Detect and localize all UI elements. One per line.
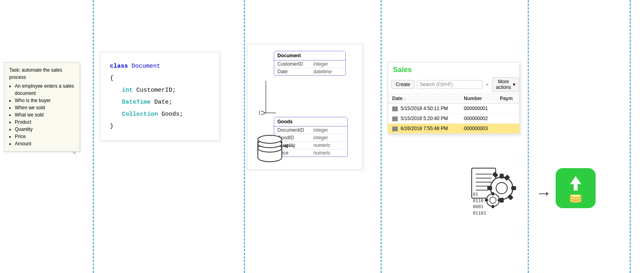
code-panel: class Document { int CustomerID; DateTim… [100,52,220,141]
sales-toolbar: Create × More actions ▾ [388,76,519,94]
green-upload-button[interactable] [556,168,596,208]
table-row-highlighted[interactable]: 6/26/2018 7:55:48 PM 000000003 [388,124,519,134]
dashed-line-5 [630,0,631,273]
search-input[interactable] [417,80,483,89]
col-number[interactable]: Number [460,94,496,104]
row-payment [496,124,519,134]
field-type-1: DateTime [122,99,151,106]
sales-table-header: Date ↓ Number Paym [388,94,519,104]
svg-rect-22 [500,174,504,179]
code-field-2: Collection Goods; [110,108,210,120]
list-item: An employee enters a sales document [15,82,75,97]
svg-rect-34 [498,199,501,201]
sales-panel: Sales Create × More actions ▾ Date ↓ Num… [388,62,520,134]
more-actions-button[interactable]: More actions ▾ [492,77,518,92]
field-type-2: Collection [122,111,158,118]
upload-arrow-icon [566,174,585,193]
note-title: Task: automate the sales process [9,66,75,81]
processing-icon-area: 01 0110 0001 01101 [470,166,532,218]
svg-rect-32 [492,192,494,195]
sales-title: Sales [388,62,519,76]
field-name-2: Goods; [161,111,183,118]
keyword-class: class [110,63,128,70]
code-open-brace: { [110,72,210,84]
row-payment [496,104,519,114]
row-number: 000000002 [460,114,496,124]
svg-marker-36 [570,176,581,191]
list-item: Price [15,133,75,140]
row-icon [392,126,398,131]
list-item: Product [15,118,75,126]
code-field-0: int CustomerID; [110,84,210,96]
row-date: 5/15/2018 4:50:11 PM [388,104,460,114]
doc-field-name-1: Date [277,69,313,74]
binary-text: 01 0110 0001 01101 [473,191,486,216]
row-number: 000000001 [460,104,496,114]
dashed-line-2 [244,0,245,273]
doc-field-type-1: datetime [313,69,332,74]
field-type-0: int [122,87,133,94]
field-name-0: CustomerID; [136,87,176,94]
row-date: 6/26/2018 7:55:48 PM [388,124,460,134]
code-close-brace: } [110,120,210,132]
document-entity-header: Document [274,51,345,60]
field-name-1: Date; [154,99,172,106]
svg-marker-13 [282,144,288,148]
document-entity: Document CustomerID integer Date datetim… [274,51,346,76]
goods-field-type-0: integer [313,127,328,133]
svg-rect-25 [487,186,492,190]
note-list: An employee enters a sales document Who … [9,82,75,147]
dashed-line-3 [381,0,382,273]
doc-field-name-0: CustomerID [277,61,313,67]
goods-field-name-0: DocumentID [277,127,313,133]
list-item: When we sold [15,104,75,111]
svg-point-31 [490,197,496,203]
code-line-class: class Document [110,60,210,72]
code-classname: Document [132,63,160,70]
sales-table: Date ↓ Number Paym 5/15/2018 4:50:11 PM … [388,94,519,134]
row-number: 000000003 [460,124,496,134]
row-icon [392,106,398,111]
svg-point-41 [570,195,581,198]
arrow-right-icon: → [536,184,552,202]
list-item: Quantity [15,126,75,133]
list-item: Who is the buyer [15,97,75,104]
search-clear-button[interactable]: × [485,82,490,87]
row-date: 5/15/2018 5:20:40 PM [388,114,460,124]
row-icon [392,116,398,121]
dashed-line-1 [93,0,94,273]
col-payment[interactable]: Paym [496,94,519,104]
table-row[interactable]: 5/15/2018 4:50:11 PM 000000001 [388,104,519,114]
more-actions-label: More actions [496,79,511,90]
er-to-db-arrow [254,138,342,154]
list-item: Amount [15,140,75,147]
er-diagram-area: Document CustomerID integer Date datetim… [254,51,356,163]
table-row[interactable]: 5/15/2018 5:20:40 PM 000000002 [388,114,519,124]
svg-rect-24 [511,186,516,190]
chevron-down-icon: ▾ [513,82,515,87]
row-payment [496,114,519,124]
er-diagram-panel: Document CustomerID integer Date datetim… [247,44,363,170]
svg-point-21 [496,183,507,194]
svg-rect-33 [492,205,494,208]
goods-entity-header: Goods [274,117,347,126]
col-date[interactable]: Date ↓ [388,94,460,104]
svg-line-3 [261,113,266,115]
doc-field-type-0: integer [313,61,328,67]
document-field-row: Date datetime [274,68,345,75]
sales-table-body: 5/15/2018 4:50:11 PM 000000001 5/15/2018… [388,104,519,134]
code-field-1: DateTime Date; [110,96,210,108]
document-field-row: CustomerID integer [274,60,345,68]
main-container: Task: automate the sales process An empl… [0,0,644,273]
dashed-line-4 [528,0,529,273]
sort-icon: ↓ [404,96,406,101]
coins-icon [568,195,583,203]
create-button[interactable]: Create [391,80,415,89]
task-note: Task: automate the sales process An empl… [4,62,80,152]
list-item: What we sold [15,111,75,118]
svg-line-2 [261,111,266,113]
